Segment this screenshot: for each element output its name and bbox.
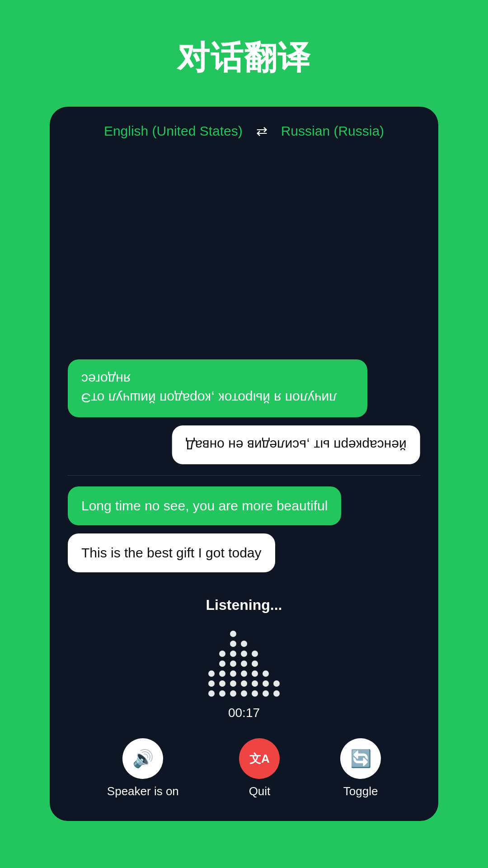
waveform-column [208,670,215,697]
waveform-dot [273,680,280,687]
waveform-dot [208,680,215,687]
waveform-dot [230,631,236,637]
waveform-dot [263,690,269,697]
speaker-control[interactable]: 🔊 Speaker is on [107,738,179,798]
waveform-dot [219,680,225,687]
toggle-icon: 🔄 [350,749,371,769]
waveform-column [219,651,225,697]
speaker-button[interactable]: 🔊 [122,738,163,779]
waveform-dot [252,690,258,697]
waveform-column [273,680,280,697]
waveform-dot [241,670,247,677]
waveform-column [252,651,258,697]
main-card: English (United States) ⇄ Russian (Russi… [50,107,438,821]
waveform-dot [208,690,215,697]
toggle-control[interactable]: 🔄 Toggle [340,738,381,798]
waveform-dot [263,680,269,687]
waveform-column [230,631,236,697]
timer-display: 00:17 [228,706,260,720]
speaker-icon: 🔊 [132,749,154,769]
translate-icon: 文A [249,751,270,767]
waveform-dot [252,660,258,667]
message-bubble: Это лучший подарок, который я получил се… [68,359,367,417]
source-language[interactable]: English (United States) [104,123,243,139]
waveform-dot [208,670,215,677]
chat-area: Это лучший подарок, который я получил се… [50,152,438,592]
waveform-dot [252,680,258,687]
waveform [208,624,280,697]
waveform-dot [273,690,280,697]
waveform-dot [252,651,258,657]
waveform-column [241,641,247,697]
waveform-dot [263,670,269,677]
waveform-dot [230,641,236,647]
waveform-dot [241,641,247,647]
waveform-column [263,670,269,697]
waveform-dot [219,651,225,657]
waveform-dot [230,680,236,687]
waveform-dot [230,670,236,677]
toggle-button[interactable]: 🔄 [340,738,381,779]
message-bubble: Long time no see, you are more beautiful [68,486,341,525]
waveform-dot [230,690,236,697]
waveform-dot [241,680,247,687]
language-bar: English (United States) ⇄ Russian (Russi… [50,107,438,152]
listening-section: Listening... [50,592,438,734]
speaker-label: Speaker is on [107,784,179,798]
toggle-label: Toggle [343,784,378,798]
listening-label: Listening... [206,597,282,613]
message-bubble: Давно не виделись, ты прекрасней [172,425,420,464]
swap-icon[interactable]: ⇄ [256,123,267,139]
lower-chat: Long time no see, you are more beautiful… [68,486,420,583]
waveform-dot [252,670,258,677]
quit-control[interactable]: 文A Quit [239,738,280,798]
waveform-dot [230,651,236,657]
chat-divider [68,475,420,476]
page-title: 对话翻译 [177,36,311,80]
waveform-dot [241,660,247,667]
waveform-dot [241,690,247,697]
waveform-dot [219,660,225,667]
waveform-dot [230,660,236,667]
bottom-controls: 🔊 Speaker is on 文A Quit 🔄 Toggle [50,734,438,821]
waveform-dot [219,670,225,677]
waveform-dot [219,690,225,697]
target-language[interactable]: Russian (Russia) [281,123,384,139]
message-bubble: This is the best gift I got today [68,533,275,572]
waveform-dot [241,651,247,657]
upper-chat: Это лучший подарок, который я получил се… [68,161,420,475]
quit-label: Quit [249,784,271,798]
quit-button[interactable]: 文A [239,738,280,779]
